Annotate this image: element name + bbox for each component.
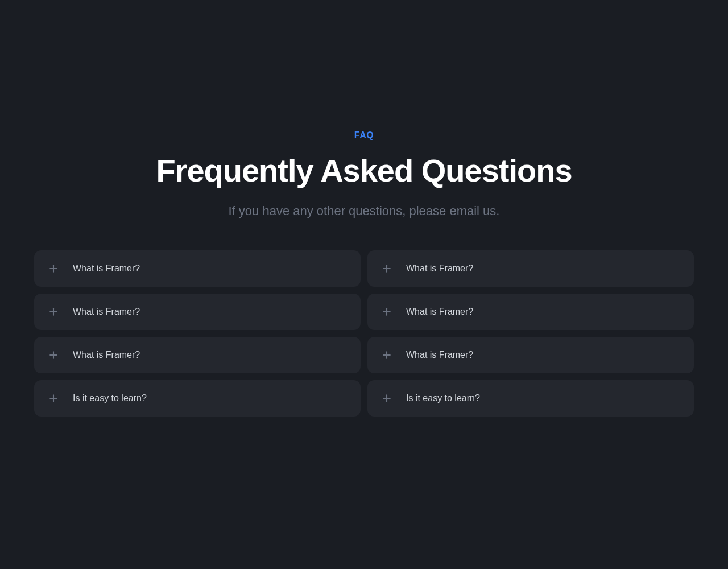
faq-item[interactable]: What is Framer? bbox=[367, 294, 694, 330]
plus-icon bbox=[381, 393, 392, 404]
faq-item[interactable]: What is Framer? bbox=[34, 294, 361, 330]
plus-icon bbox=[381, 349, 392, 361]
faq-item[interactable]: What is Framer? bbox=[367, 250, 694, 287]
faq-section: FAQ Frequently Asked Questions If you ha… bbox=[0, 130, 728, 417]
plus-icon bbox=[48, 393, 59, 404]
faq-question: Is it easy to learn? bbox=[406, 393, 480, 403]
plus-icon bbox=[48, 349, 59, 361]
faq-item[interactable]: What is Framer? bbox=[367, 337, 694, 373]
section-eyebrow: FAQ bbox=[354, 130, 374, 141]
faq-item[interactable]: Is it easy to learn? bbox=[367, 380, 694, 417]
section-subtitle: If you have any other questions, please … bbox=[229, 204, 500, 218]
faq-item[interactable]: Is it easy to learn? bbox=[34, 380, 361, 417]
section-title: Frequently Asked Questions bbox=[156, 152, 572, 189]
faq-question: What is Framer? bbox=[406, 350, 473, 360]
plus-icon bbox=[381, 263, 392, 274]
faq-item[interactable]: What is Framer? bbox=[34, 250, 361, 287]
faq-question: What is Framer? bbox=[73, 307, 140, 317]
faq-question: What is Framer? bbox=[73, 263, 140, 274]
faq-question: What is Framer? bbox=[406, 307, 473, 317]
plus-icon bbox=[48, 263, 59, 274]
faq-grid: What is Framer? What is Framer? What is … bbox=[34, 250, 694, 417]
plus-icon bbox=[381, 306, 392, 318]
faq-question: Is it easy to learn? bbox=[73, 393, 147, 403]
faq-question: What is Framer? bbox=[406, 263, 473, 274]
faq-question: What is Framer? bbox=[73, 350, 140, 360]
plus-icon bbox=[48, 306, 59, 318]
faq-item[interactable]: What is Framer? bbox=[34, 337, 361, 373]
